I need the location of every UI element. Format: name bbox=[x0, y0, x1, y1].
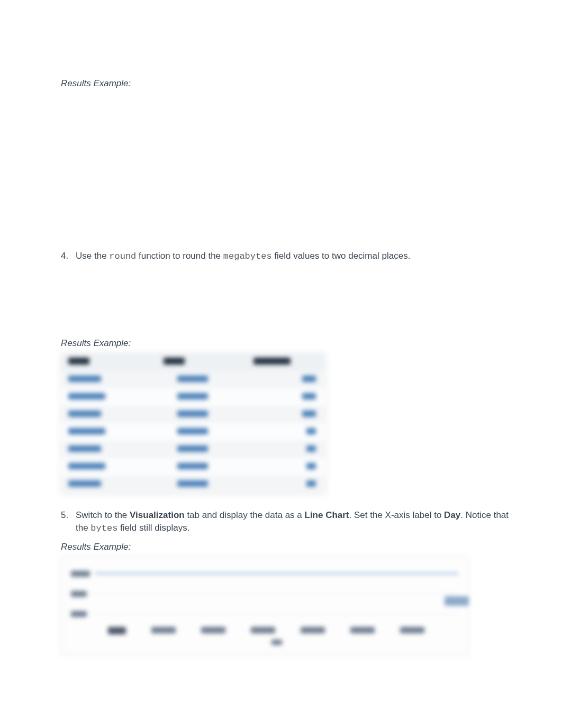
chart-gridline bbox=[71, 563, 458, 584]
bold-visualization: Visualization bbox=[130, 510, 185, 520]
chart-gridline bbox=[71, 584, 458, 604]
text: field values to two decimal places. bbox=[272, 251, 411, 261]
table-row bbox=[61, 441, 325, 458]
bold-line-chart: Line Chart bbox=[305, 510, 349, 520]
step-4: 4. Use the round function to round the m… bbox=[61, 250, 520, 263]
step-number: 4. bbox=[61, 250, 76, 263]
text: . Set the X-axis label to bbox=[349, 510, 445, 520]
step-body: Switch to the Visualization tab and disp… bbox=[76, 509, 520, 535]
code-bytes: bytes bbox=[90, 523, 117, 533]
table-row bbox=[61, 371, 325, 388]
table-header bbox=[61, 353, 325, 371]
code-megabytes: megabytes bbox=[223, 251, 272, 261]
chart-x-label bbox=[271, 640, 282, 645]
text: function to round the bbox=[136, 251, 223, 261]
step-5: 5. Switch to the Visualization tab and d… bbox=[61, 509, 520, 535]
table-row bbox=[61, 406, 325, 423]
blurred-chart-preview bbox=[61, 557, 468, 655]
text: tab and display the data as a bbox=[185, 510, 305, 520]
table-row bbox=[61, 458, 325, 476]
results-example-label-3: Results Example: bbox=[61, 542, 520, 552]
blurred-table-preview bbox=[61, 353, 325, 493]
text: field still displays. bbox=[117, 523, 189, 533]
results-example-label-1: Results Example: bbox=[61, 78, 520, 89]
table-row bbox=[61, 388, 325, 406]
table-row bbox=[61, 476, 325, 493]
text: Switch to the bbox=[76, 510, 130, 520]
bold-day: Day bbox=[444, 510, 460, 520]
chart-x-axis bbox=[95, 627, 458, 634]
step-number: 5. bbox=[61, 509, 76, 535]
results-example-label-2: Results Example: bbox=[61, 338, 520, 349]
code-round: round bbox=[109, 251, 136, 261]
text: Use the bbox=[76, 251, 109, 261]
step-body: Use the round function to round the mega… bbox=[76, 250, 520, 263]
table-row bbox=[61, 423, 325, 441]
chart-gridline bbox=[71, 604, 458, 624]
